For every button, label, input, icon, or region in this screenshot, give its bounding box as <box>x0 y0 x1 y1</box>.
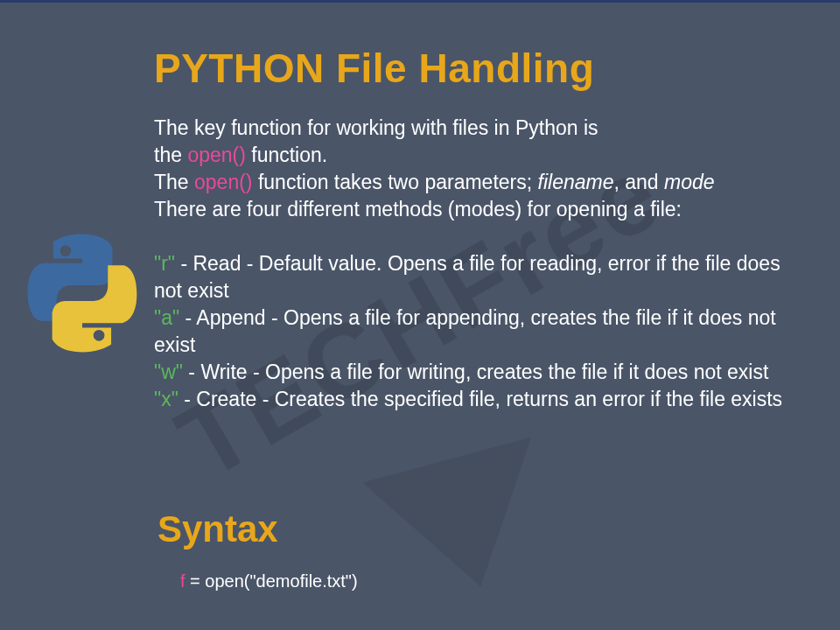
mode-w-key: "w" <box>154 360 183 383</box>
body-text: The key function for working with files … <box>154 115 784 414</box>
mode-a-text: - Append - Opens a file for appending, c… <box>154 306 776 356</box>
filename-italic: filename <box>538 171 614 193</box>
mode-italic: mode <box>664 171 715 193</box>
code-rest: = open("demofile.txt") <box>186 571 358 591</box>
intro-line1a: The key function for working with files … <box>154 116 598 139</box>
page-title: PYTHON File Handling <box>154 45 594 92</box>
intro-line2a: The <box>154 171 194 193</box>
mode-r-key: "r" <box>154 252 175 275</box>
intro-line3: There are four different methods (modes)… <box>154 198 682 220</box>
open-fn-highlight-2: open() <box>194 171 252 193</box>
intro-line2b: function takes two parameters; <box>253 171 538 193</box>
open-fn-highlight: open() <box>187 144 251 166</box>
mode-x-text: - Create - Creates the specified file, r… <box>178 388 782 410</box>
mode-w-text: - Write - Opens a file for writing, crea… <box>183 360 768 383</box>
mode-x-key: "x" <box>154 388 178 410</box>
intro-line1c: function. <box>251 144 327 166</box>
mode-r-text: - Read - Default value. Opens a file for… <box>154 252 780 302</box>
intro-line1b: the <box>154 144 187 166</box>
watermark-triangle <box>362 438 565 610</box>
python-logo-icon <box>21 232 144 354</box>
intro-sep: , and <box>613 171 664 193</box>
syntax-heading: Syntax <box>158 508 278 550</box>
mode-a-key: "a" <box>154 306 179 329</box>
code-example: f = open("demofile.txt") <box>180 571 358 592</box>
